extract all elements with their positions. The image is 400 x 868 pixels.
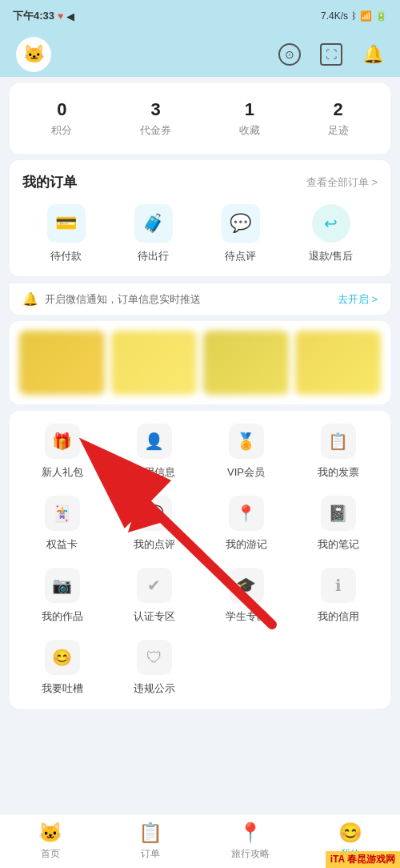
stat-points-num: 0 [51, 99, 72, 120]
student-icon: 🎓 [229, 568, 264, 603]
stat-collect-label: 收藏 [239, 123, 260, 138]
menu-violation[interactable]: 🛡 违规公示 [108, 640, 200, 696]
wifi-icon: 🔋 [375, 10, 387, 22]
order-refund-label: 退款/售后 [309, 249, 354, 263]
menu-card: 🎁 新人礼包 👤 常用信息 🏅 VIP会员 📋 我的发票 🃏 权益卡 💬 我的点… [10, 411, 390, 709]
menu-violation-label: 违规公示 [134, 681, 175, 696]
menu-my-review[interactable]: 💬 我的点评 [108, 496, 200, 552]
stat-voucher-label: 代金券 [140, 123, 171, 138]
nav-icons: ⊙ ⛶ 🔔 [278, 43, 384, 66]
stat-voucher-num: 3 [140, 99, 171, 120]
order-pending-pay[interactable]: 💳 待付款 [47, 204, 86, 263]
status-time: 下午4:33 [13, 9, 54, 23]
scan-icon[interactable]: ⊙ [278, 43, 301, 66]
menu-benefit-label: 权益卡 [46, 537, 78, 552]
notification-bar: 🔔 开启微信通知，订单信息实时推送 去开启 > [10, 283, 390, 315]
orders-card: 我的订单 查看全部订单 > 💳 待付款 🧳 待出行 💬 待点评 ↩ 退款/售后 [10, 160, 390, 276]
menu-benefit-card[interactable]: 🃏 权益卡 [16, 496, 108, 552]
tab-orders[interactable]: 📋 订单 [100, 822, 200, 861]
location-icon: ◀ [66, 10, 74, 22]
menu-travel-diary[interactable]: 📍 我的游记 [200, 496, 292, 552]
cert-icon: ✔ [137, 568, 172, 603]
order-pending-travel[interactable]: 🧳 待出行 [134, 204, 173, 263]
menu-cert-zone[interactable]: ✔ 认证专区 [108, 568, 200, 624]
violation-icon: 🛡 [137, 640, 172, 675]
watermark: iTA 春昆游戏网 [326, 851, 400, 868]
heart-icon: ♥ [58, 10, 63, 22]
app-logo[interactable]: 🐱 [16, 37, 51, 72]
order-travel-icon: 🧳 [134, 204, 173, 243]
order-travel-label: 待出行 [134, 249, 173, 263]
gift-icon: 🎁 [45, 424, 80, 459]
invoice-icon: 📋 [321, 424, 356, 459]
banner-section [10, 321, 390, 404]
expand-icon[interactable]: ⛶ [320, 43, 342, 66]
order-pending-review[interactable]: 💬 待点评 [222, 204, 260, 263]
menu-diary-label: 我的游记 [226, 537, 267, 552]
notes-icon: 📓 [321, 496, 356, 531]
tab-orders-icon: 📋 [138, 822, 162, 844]
speed-text: 7.4K/s [321, 10, 348, 22]
bt-icon: ᛒ [351, 10, 357, 22]
banner-item-3[interactable] [203, 331, 289, 395]
menu-my-works[interactable]: 📷 我的作品 [16, 568, 108, 624]
menu-complaint-label: 我要吐槽 [42, 681, 83, 696]
menu-review-label: 我的点评 [134, 537, 175, 552]
order-pay-icon: 💳 [47, 204, 86, 243]
notif-left: 🔔 开启微信通知，订单信息实时推送 [22, 291, 201, 307]
stats-card: 0 积分 3 代金券 1 收藏 2 足迹 [10, 83, 390, 154]
tab-home[interactable]: 🐱 首页 [0, 822, 100, 861]
menu-vip-label: VIP会员 [227, 465, 265, 480]
complaint-icon: 😊 [45, 640, 80, 675]
tab-profile-icon: 😊 [338, 822, 362, 844]
orders-header: 我的订单 查看全部订单 > [22, 173, 378, 191]
banner-item-2[interactable] [111, 331, 197, 395]
notif-text: 开启微信通知，订单信息实时推送 [45, 292, 201, 307]
menu-student-label: 学生专区 [226, 609, 267, 624]
menu-vip[interactable]: 🏅 VIP会员 [200, 424, 292, 480]
stat-points[interactable]: 0 积分 [51, 99, 72, 138]
review-icon: 💬 [137, 496, 172, 531]
bell-icon[interactable]: 🔔 [362, 43, 384, 66]
stat-collect[interactable]: 1 收藏 [239, 99, 260, 138]
stat-points-label: 积分 [51, 123, 72, 138]
tab-travel-icon: 📍 [238, 822, 262, 844]
top-nav: 🐱 ⊙ ⛶ 🔔 [0, 32, 400, 77]
menu-new-gift[interactable]: 🎁 新人礼包 [16, 424, 108, 480]
stat-footprint-label: 足迹 [328, 123, 349, 138]
view-all-orders[interactable]: 查看全部订单 > [306, 175, 378, 190]
menu-my-notes[interactable]: 📓 我的笔记 [292, 496, 384, 552]
tab-travel-guide[interactable]: 📍 旅行攻略 [200, 822, 300, 861]
stat-footprint[interactable]: 2 足迹 [328, 99, 349, 138]
status-bar: 下午4:33 ♥ ◀ 7.4K/s ᛒ 📶 🔋 [0, 0, 400, 32]
notif-enable-link[interactable]: 去开启 > [338, 292, 378, 307]
diary-icon: 📍 [229, 496, 264, 531]
order-review-icon: 💬 [222, 204, 260, 243]
stat-footprint-num: 2 [328, 99, 349, 120]
tab-orders-label: 订单 [141, 847, 160, 861]
menu-invoice[interactable]: 📋 我的发票 [292, 424, 384, 480]
benefit-icon: 🃏 [45, 496, 80, 531]
stat-voucher[interactable]: 3 代金券 [140, 99, 171, 138]
menu-student-zone[interactable]: 🎓 学生专区 [200, 568, 292, 624]
menu-my-credit[interactable]: ℹ 我的信用 [292, 568, 384, 624]
vip-icon: 🏅 [229, 424, 264, 459]
banner-item-1[interactable] [19, 331, 105, 395]
menu-new-gift-label: 新人礼包 [42, 465, 83, 480]
menu-invoice-label: 我的发票 [318, 465, 359, 480]
menu-grid: 🎁 新人礼包 👤 常用信息 🏅 VIP会员 📋 我的发票 🃏 权益卡 💬 我的点… [16, 424, 384, 696]
signal-bars: 📶 [360, 10, 372, 22]
orders-items: 💳 待付款 🧳 待出行 💬 待点评 ↩ 退款/售后 [22, 204, 378, 263]
order-refund[interactable]: ↩ 退款/售后 [309, 204, 354, 263]
menu-notes-label: 我的笔记 [318, 537, 359, 552]
menu-works-label: 我的作品 [42, 609, 83, 624]
orders-title: 我的订单 [22, 173, 77, 191]
tab-home-icon: 🐱 [38, 822, 62, 844]
stat-collect-num: 1 [239, 99, 260, 120]
user-icon: 👤 [137, 424, 172, 459]
menu-credit-label: 我的信用 [318, 609, 359, 624]
menu-complaint[interactable]: 😊 我要吐槽 [16, 640, 108, 696]
tab-travel-label: 旅行攻略 [231, 847, 270, 861]
menu-common-info[interactable]: 👤 常用信息 [108, 424, 200, 480]
banner-item-4[interactable] [295, 331, 381, 395]
